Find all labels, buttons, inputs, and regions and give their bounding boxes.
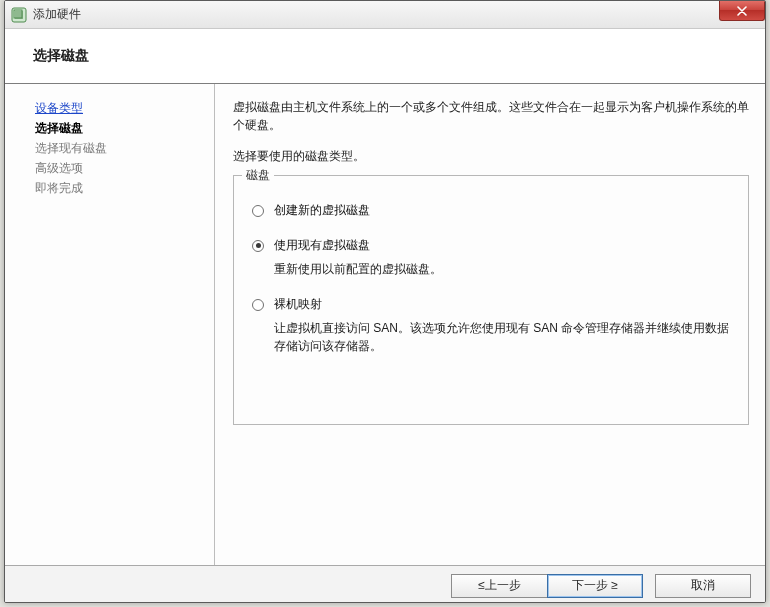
wizard-footer: ≤上一步 下一步 ≥ 取消 — [5, 565, 765, 603]
wizard-steps: 设备类型 选择磁盘 选择现有磁盘 高级选项 即将完成 — [5, 84, 215, 565]
radio-create-new[interactable] — [252, 205, 264, 217]
option-raw-mapping[interactable]: 裸机映射 让虚拟机直接访问 SAN。该选项允许您使用现有 SAN 命令管理存储器… — [252, 296, 732, 355]
description-text: 虚拟磁盘由主机文件系统上的一个或多个文件组成。这些文件合在一起显示为客户机操作系… — [233, 98, 749, 134]
step-select-existing-disk: 选择现有磁盘 — [35, 138, 204, 158]
option-desc: 让虚拟机直接访问 SAN。该选项允许您使用现有 SAN 命令管理存储器并继续使用… — [274, 319, 732, 355]
add-hardware-dialog: 添加硬件 选择磁盘 设备类型 选择磁盘 选择现有磁盘 高级选项 即将完成 虚拟磁… — [4, 0, 766, 603]
window-title: 添加硬件 — [33, 6, 81, 23]
groupbox-legend: 磁盘 — [242, 167, 274, 184]
step-select-disk: 选择磁盘 — [35, 118, 204, 138]
option-use-existing[interactable]: 使用现有虚拟磁盘 重新使用以前配置的虚拟磁盘。 — [252, 237, 732, 278]
dialog-body: 设备类型 选择磁盘 选择现有磁盘 高级选项 即将完成 虚拟磁盘由主机文件系统上的… — [5, 84, 765, 565]
cancel-button[interactable]: 取消 — [655, 574, 751, 598]
back-button[interactable]: ≤上一步 — [451, 574, 547, 598]
step-ready-to-complete: 即将完成 — [35, 178, 204, 198]
option-label: 裸机映射 — [274, 296, 322, 313]
next-button[interactable]: 下一步 ≥ — [547, 574, 643, 598]
step-advanced-options: 高级选项 — [35, 158, 204, 178]
radio-raw-mapping[interactable] — [252, 299, 264, 311]
prompt-text: 选择要使用的磁盘类型。 — [233, 148, 749, 165]
option-label: 使用现有虚拟磁盘 — [274, 237, 370, 254]
option-create-new[interactable]: 创建新的虚拟磁盘 — [252, 202, 732, 219]
option-label: 创建新的虚拟磁盘 — [274, 202, 370, 219]
app-icon — [11, 7, 27, 23]
titlebar: 添加硬件 — [5, 1, 765, 29]
option-desc: 重新使用以前配置的虚拟磁盘。 — [274, 260, 732, 278]
disk-groupbox: 磁盘 创建新的虚拟磁盘 使用现有虚拟磁盘 重新使用以前配置的虚拟磁盘。 — [233, 175, 749, 425]
page-heading: 选择磁盘 — [5, 29, 765, 84]
content-pane: 虚拟磁盘由主机文件系统上的一个或多个文件组成。这些文件合在一起显示为客户机操作系… — [215, 84, 765, 565]
step-device-type[interactable]: 设备类型 — [35, 98, 204, 118]
close-button[interactable] — [719, 1, 765, 21]
radio-use-existing[interactable] — [252, 240, 264, 252]
